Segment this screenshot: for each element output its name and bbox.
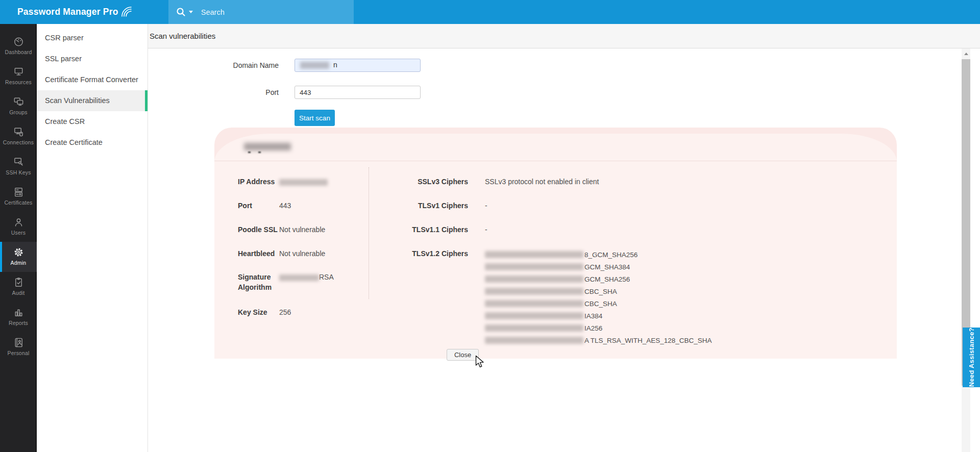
- sidebar-item-label: Personal: [0, 350, 37, 356]
- redaction-artifact: [258, 152, 261, 153]
- submenu-item-certificate-format-converter[interactable]: Certificate Format Converter: [37, 69, 148, 90]
- cipher-line: IA384: [485, 310, 712, 322]
- scan-results-panel: IP Address Port 443 Poodle SSL Not vulne…: [214, 128, 897, 359]
- submenu-item-scan-vulnerabilities[interactable]: Scan Vulnerabilities: [37, 90, 148, 111]
- domain-name-input[interactable]: [295, 59, 421, 72]
- cipher-redacted-blur: [485, 251, 583, 258]
- panel-header-divider: [214, 161, 897, 161]
- need-assistance-label: Need Assistance?: [968, 328, 975, 387]
- sidebar-item-dashboard[interactable]: Dashboard: [0, 31, 37, 61]
- search-input[interactable]: [201, 8, 329, 16]
- sidebar-item-personal[interactable]: Personal: [0, 332, 37, 362]
- domain-name-label: Domain Name: [194, 59, 279, 72]
- gauge-icon: [13, 36, 24, 47]
- sidebar-item-label: Reports: [0, 320, 37, 326]
- sidebar-item-label: Admin: [0, 260, 37, 266]
- field-value: 256: [279, 307, 291, 317]
- cipher-visible-suffix: GCM_SHA384: [584, 263, 630, 271]
- certificate-icon: [13, 186, 24, 198]
- field-label: SSLv3 Ciphers: [398, 177, 468, 187]
- scrollbar-up-arrow-icon[interactable]: [964, 53, 968, 55]
- close-button[interactable]: Close: [447, 349, 479, 361]
- app-logo: Password Manager Pro: [17, 0, 132, 24]
- field-label: Key Size: [238, 307, 279, 317]
- sidebar-item-groups[interactable]: Groups: [0, 91, 37, 121]
- app-logo-text: Password Manager Pro: [17, 7, 118, 17]
- submenu-item-create-csr[interactable]: Create CSR: [37, 111, 148, 132]
- field-label: Poodle SSL: [238, 224, 279, 235]
- sidebar-item-label: Users: [0, 230, 37, 236]
- sidebar-item-audit[interactable]: Audit: [0, 272, 37, 302]
- cipher-redacted-blur: [485, 337, 583, 344]
- sidebar-item-reports[interactable]: Reports: [0, 302, 37, 332]
- submenu-item-create-certificate[interactable]: Create Certificate: [37, 132, 148, 153]
- page-title-bar: Scan vulnerabilities: [148, 24, 980, 48]
- cipher-redacted-blur: [485, 263, 583, 270]
- tlsv12-cipher-list: 8_GCM_SHA256 GCM_SHA384 GCM_SHA256 CBC_S…: [485, 248, 712, 346]
- field-label: TLSv1 Ciphers: [398, 200, 468, 211]
- cipher-redacted-blur: [485, 300, 583, 307]
- sidebar-item-users[interactable]: Users: [0, 212, 37, 242]
- redaction-artifact: [248, 152, 251, 153]
- field-label: TLSv1.2 Ciphers: [398, 248, 468, 259]
- sidebar-item-label: SSH Keys: [0, 169, 37, 175]
- top-header-bar: Password Manager Pro: [0, 0, 980, 24]
- field-value-partially-redacted: RSA: [279, 272, 334, 282]
- cipher-redacted-blur: [485, 275, 583, 283]
- field-label: Signature Algorithm: [238, 272, 279, 292]
- field-value: Not vulnerable: [279, 224, 325, 235]
- cipher-visible-suffix: IA256: [584, 324, 602, 332]
- gear-icon: [13, 246, 24, 258]
- cipher-line: GCM_SHA384: [485, 261, 712, 273]
- port-label: Port: [194, 86, 279, 99]
- monitor-icon: [13, 66, 24, 78]
- cipher-visible-suffix: 8_GCM_SHA256: [584, 251, 638, 259]
- cipher-line: CBC_SHA: [485, 297, 712, 310]
- sidebar-item-connections[interactable]: Connections: [0, 121, 37, 152]
- port-input[interactable]: [295, 86, 421, 99]
- global-search-bar[interactable]: [168, 0, 354, 24]
- sidebar-item-resources[interactable]: Resources: [0, 61, 37, 91]
- admin-submenu: CSR parser SSL parser Certificate Format…: [37, 24, 148, 452]
- sidebar-item-label: Certificates: [0, 199, 37, 206]
- content-area: Domain Name n Port Start scan IP Address…: [148, 48, 980, 452]
- cipher-line: GCM_SHA256: [485, 273, 712, 285]
- cipher-visible-suffix: GCM_SHA256: [584, 275, 630, 283]
- cipher-visible-suffix: IA384: [584, 312, 602, 320]
- sidebar-item-label: Dashboard: [0, 49, 37, 55]
- sidebar-item-certificates[interactable]: Certificates: [0, 182, 37, 212]
- search-scope-caret-icon[interactable]: [189, 11, 193, 13]
- main-sidebar: Dashboard Resources Groups: [0, 24, 37, 452]
- cipher-visible-suffix: CBC_SHA: [584, 300, 617, 308]
- need-assistance-tab[interactable]: Need Assistance?: [963, 328, 980, 387]
- cipher-line: A TLS_RSA_WITH_AES_128_CBC_SHA: [485, 334, 712, 346]
- sidebar-item-label: Resources: [0, 79, 37, 85]
- field-label: TLSv1.1 Ciphers: [398, 224, 468, 235]
- start-scan-button[interactable]: Start scan: [295, 110, 335, 126]
- field-value: -: [485, 200, 487, 211]
- app-root: Password Manager Pro: [0, 0, 980, 452]
- sidebar-item-admin[interactable]: Admin: [0, 242, 37, 272]
- cipher-redacted-blur: [485, 312, 583, 319]
- cipher-line: IA256: [485, 322, 712, 334]
- search-icon: [175, 6, 187, 18]
- field-label: IP Address: [238, 177, 279, 187]
- cipher-line: CBC_SHA: [485, 285, 712, 297]
- connections-icon: [13, 126, 24, 138]
- cipher-line: 8_GCM_SHA256: [485, 248, 712, 261]
- cipher-visible-suffix: CBC_SHA: [584, 288, 617, 295]
- field-value: 443: [279, 200, 291, 211]
- bar-chart-icon: [13, 307, 24, 318]
- sidebar-item-label: Connections: [0, 139, 37, 145]
- field-value: Not vulnerable: [279, 248, 325, 259]
- sidebar-item-ssh-keys[interactable]: SSH Keys: [0, 152, 37, 182]
- field-value: -: [485, 224, 487, 235]
- cipher-visible-suffix: A TLS_RSA_WITH_AES_128_CBC_SHA: [584, 337, 712, 344]
- scanned-domain-redacted-blur: [244, 143, 291, 150]
- users-icon: [13, 216, 24, 228]
- submenu-item-ssl-parser[interactable]: SSL parser: [37, 48, 148, 69]
- submenu-item-csr-parser[interactable]: CSR parser: [37, 28, 148, 48]
- personal-contact-icon: [13, 337, 24, 348]
- group-monitors-icon: [13, 96, 24, 108]
- logo-swirl-icon: [120, 4, 132, 18]
